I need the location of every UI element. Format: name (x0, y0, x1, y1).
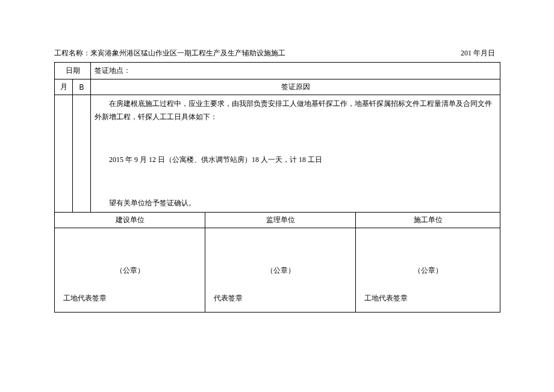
header-date: 201 年月日 (461, 48, 500, 58)
b-empty (73, 95, 91, 213)
seal-3: （公章） (359, 266, 496, 276)
location-cell: 签证地点： (91, 63, 500, 79)
unit2-title: 监理单位 (205, 213, 356, 228)
unit3-title: 施工单位 (356, 213, 500, 228)
month-empty (55, 95, 73, 213)
b-cell: B (73, 79, 91, 95)
content-cell: 在房建根底施工过程中，应业主要求，由我部负责安排工人做地基钎探工作，地基钎探属招… (91, 95, 500, 213)
main-table: 日期 签证地点： 月 B 签证原因 在房建根底施工过程中，应业主要求，由我部负责… (54, 62, 500, 313)
content-para3: 望有关单位给予签证确认。 (95, 197, 496, 210)
project-label: 工程名称： (54, 49, 90, 57)
row-date: 日期 签证地点： (55, 63, 500, 79)
row-month-b: 月 B 签证原因 (55, 79, 500, 95)
project-line: 工程名称：来宾港象州港区猛山作业区一期工程生产及生产辅助设施施工 (54, 48, 285, 58)
sign-block-2: （公章） 代表签章 (205, 228, 356, 313)
header-row: 工程名称：来宾港象州港区猛山作业区一期工程生产及生产辅助设施施工 201 年月日 (54, 48, 500, 58)
seal-1: （公章） (58, 266, 201, 276)
row-unit-header: 建设单位 监理单位 施工单位 (55, 213, 500, 228)
row-sign: （公章） 工地代表签章 （公章） 代表签章 （公章） 工地代表签章 (55, 228, 500, 313)
sign-block-3: （公章） 工地代表签章 (356, 228, 500, 313)
date-label-cell: 日期 (55, 63, 91, 79)
rep-2: 代表签章 (214, 293, 243, 303)
month-cell: 月 (55, 79, 73, 95)
seal-2: （公章） (209, 266, 352, 276)
reason-header-cell: 签证原因 (91, 79, 500, 95)
rep-1: 工地代表签章 (63, 293, 107, 303)
content-para1: 在房建根底施工过程中，应业主要求，由我部负责安排工人做地基钎探工作，地基钎探属招… (95, 98, 496, 123)
rep-3: 工地代表签章 (364, 293, 408, 303)
unit1-title: 建设单位 (55, 213, 205, 228)
project-name: 来宾港象州港区猛山作业区一期工程生产及生产辅助设施施工 (90, 49, 285, 57)
content-para2: 2015 年 9 月 12 日（公寓楼、供水调节站房）18 人一天，计 18 工… (95, 154, 496, 167)
sign-block-1: （公章） 工地代表签章 (55, 228, 205, 313)
row-content: 在房建根底施工过程中，应业主要求，由我部负责安排工人做地基钎探工作，地基钎探属招… (55, 95, 500, 213)
